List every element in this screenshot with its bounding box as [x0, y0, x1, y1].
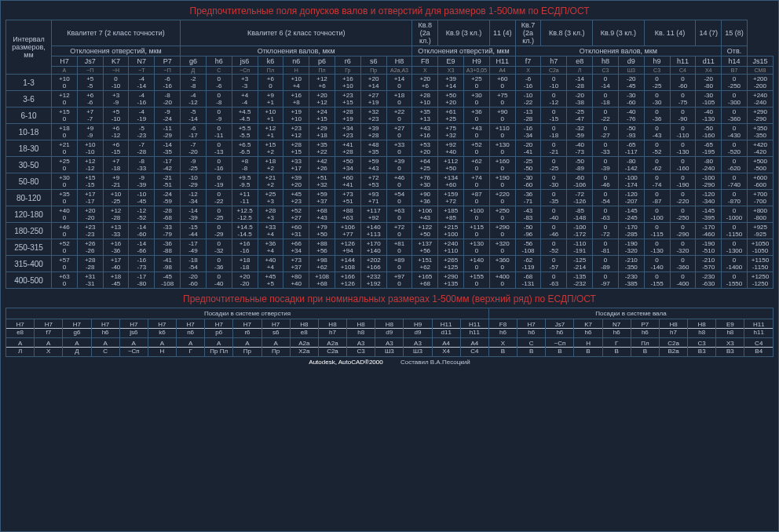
- deviation-cell: -7 -20: [181, 140, 207, 157]
- deviation-cell: +117 +92: [360, 206, 386, 223]
- deviation-cell: -65 -195: [696, 140, 722, 157]
- qual-6: Квалитет 6 (2 класс точности): [181, 20, 412, 46]
- col-map: А2а,А3: [386, 67, 412, 75]
- deviation-cell: +112 +50: [438, 157, 464, 173]
- fit-cell: А3Ш3: [375, 338, 404, 357]
- deviation-cell: -25 -47: [567, 107, 593, 124]
- deviation-cell: +151 +62: [412, 256, 438, 272]
- col-symbol: Js15: [747, 56, 773, 67]
- col-symbol: h6: [206, 56, 232, 67]
- deviation-cell: +14.5 -14.5: [232, 223, 258, 239]
- deviation-cell: +60 0: [489, 75, 515, 91]
- deviation-cell: -32 -59: [567, 124, 593, 140]
- fit-cell: ПлВ: [631, 338, 659, 357]
- deviation-cell: 0 -620: [722, 157, 748, 173]
- deviation-cell: +34 +23: [335, 124, 360, 140]
- deviation-cell: -6 -17: [181, 124, 207, 140]
- col-symbol: h14: [722, 56, 748, 67]
- deviation-cell: 0 -36: [644, 107, 670, 124]
- fit-cell: H8h7: [318, 319, 346, 338]
- deviation-cell: +18 0: [52, 124, 78, 140]
- deviation-cell: 0 -190: [670, 173, 696, 190]
- qual-8: Кв.8 (2а кл.): [412, 20, 438, 46]
- interval-cell: 180-250: [6, 223, 52, 239]
- deviation-cell: -50 -93: [618, 124, 644, 140]
- fit-cell: H8h8: [688, 319, 716, 338]
- col-map: ~П: [155, 67, 181, 75]
- data-body: 1-3+10 0+5 -50 -10-4 -14-6 -16-2 -80 -6+…: [6, 75, 774, 289]
- deviation-cell: -110 -191: [567, 239, 593, 256]
- col-map: С3: [593, 67, 619, 75]
- qual-8s: Кв.8 (3 кл.): [541, 20, 593, 46]
- table-row: 6-10+15 0+7 -7+5 -10-4 -19-9 -24-5 -140 …: [6, 107, 774, 124]
- qual-9h: Кв.9 (3 кл.): [438, 20, 490, 46]
- deviation-cell: +59 +43: [360, 157, 386, 173]
- deviation-cell: 0 -250: [670, 206, 696, 223]
- deviation-cell: +170 +140: [360, 239, 386, 256]
- col-symbol: F8: [412, 56, 438, 67]
- fit-cell: НВ: [574, 338, 602, 357]
- deviation-cell: 0 -15: [541, 107, 567, 124]
- deviation-cell: +43 0: [464, 124, 490, 140]
- col-map: С: [206, 67, 232, 75]
- deviation-cell: 0 -25: [644, 75, 670, 91]
- deviation-cell: +25 +3: [258, 190, 283, 206]
- qual-11s: Кв. 11 (4): [644, 20, 696, 46]
- deviation-cell: +350 -350: [747, 124, 773, 140]
- col-symbol: s6: [360, 56, 386, 67]
- deviation-cell: +290 +135: [438, 272, 464, 289]
- deviation-cell: +6 -6: [77, 91, 103, 107]
- deviation-cell: +60 +31: [283, 223, 309, 239]
- col-symbol: Js7: [77, 56, 103, 67]
- deviation-cell: -80 -142: [618, 157, 644, 173]
- deviation-cell: +9.5 -9.5: [232, 173, 258, 190]
- deviation-cell: +88 +63: [335, 206, 360, 223]
- deviation-cell: -9 -39: [129, 173, 155, 190]
- deviation-cell: +155 0: [464, 272, 490, 289]
- fit-cell: А2аХ2а: [290, 338, 318, 357]
- deviation-cell: +144 +108: [335, 256, 360, 272]
- table-row: 3-6+12 0+6 -6+3 -9-4 -16-8 -20-4 -120 -8…: [6, 91, 774, 107]
- col-map: X: [515, 67, 541, 75]
- deviation-cell: 0 -155: [644, 272, 670, 289]
- deviation-cell: 0 -1400: [722, 256, 748, 272]
- deviation-cell: -230 -630: [696, 272, 722, 289]
- deviation-cell: 0 -10: [541, 75, 567, 91]
- deviation-cell: +35 0: [52, 190, 78, 206]
- deviation-cell: +45 +5: [258, 272, 283, 289]
- deviation-cell: +1150 -1150: [747, 256, 773, 272]
- deviation-cell: -15 -44: [181, 223, 207, 239]
- deviation-cell: 0 -12: [541, 91, 567, 107]
- fit-cell: Х3В3: [716, 338, 744, 357]
- interval-cell: 1-3: [6, 75, 52, 91]
- deviation-cell: -6 -16: [515, 75, 541, 91]
- col-map: Д: [181, 67, 207, 75]
- deviation-cell: 0 -320: [670, 239, 696, 256]
- deviation-cell: 0 -27: [593, 124, 619, 140]
- deviation-cell: 0 -32: [206, 239, 232, 256]
- deviation-cell: +46 0: [386, 173, 412, 190]
- deviation-cell: +26 -26: [77, 239, 103, 256]
- fits-row-top: H7e8H7f7H7g6H7h6H7js6H7k6H7n6H7p6H7r6H7s…: [6, 319, 774, 338]
- deviation-cell: +10 -10: [77, 140, 103, 157]
- deviation-cell: +28 +15: [283, 140, 309, 157]
- deviation-cell: -10 -45: [129, 190, 155, 206]
- deviation-cell: +28 -28: [77, 256, 103, 272]
- deviation-cell: +16 -36: [103, 239, 129, 256]
- fit-cell: H7h6: [518, 319, 546, 338]
- deviation-cell: +24 +15: [309, 107, 335, 124]
- deviation-cell: 0 -360: [722, 107, 748, 124]
- fit-cell: Js7h6: [546, 319, 574, 338]
- deviation-cell: 0 -72: [593, 223, 619, 239]
- deviation-cell: -10 -29: [181, 173, 207, 190]
- deviation-cell: +42 +26: [309, 157, 335, 173]
- interval-cell: 120-180: [6, 206, 52, 223]
- deviation-cell: +29 +18: [309, 124, 335, 140]
- deviation-cell: -40 -130: [696, 107, 722, 124]
- deviation-cell: +19 +10: [283, 107, 309, 124]
- deviation-cell: +320 0: [489, 239, 515, 256]
- deviation-cell: 0 -52: [644, 140, 670, 157]
- deviation-cell: 0 -54: [593, 190, 619, 206]
- fit-cell: АГ: [177, 338, 205, 357]
- col-symbol: H9: [464, 56, 490, 67]
